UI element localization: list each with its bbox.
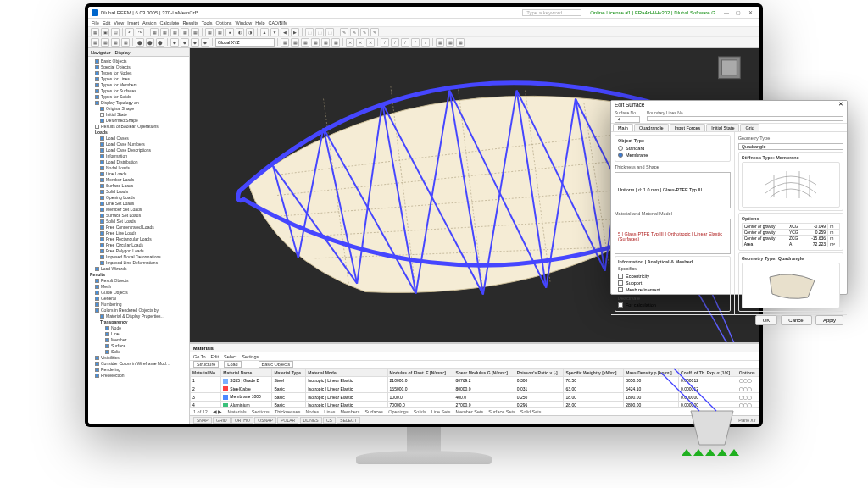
tool-new[interactable]: ▦ bbox=[91, 28, 99, 36]
boundary-field[interactable] bbox=[647, 116, 843, 121]
tool-btn[interactable]: ▦ bbox=[291, 38, 299, 47]
tool-btn[interactable]: / bbox=[391, 38, 399, 47]
tool-btn[interactable]: ▦ bbox=[191, 28, 199, 36]
tool-btn[interactable]: ◆ bbox=[191, 38, 199, 47]
tool-btn[interactable]: ▦ bbox=[181, 28, 189, 36]
tool-btn[interactable]: ✎ bbox=[350, 28, 359, 36]
tool-btn[interactable]: ✕ bbox=[356, 38, 364, 47]
dialog-close[interactable]: ✕ bbox=[838, 101, 843, 108]
tool-btn[interactable]: ✎ bbox=[340, 28, 348, 36]
radio-standard[interactable] bbox=[618, 146, 623, 151]
ok-button[interactable]: OK bbox=[755, 315, 778, 325]
menu-view[interactable]: View bbox=[114, 20, 124, 25]
tool-undo[interactable]: ↶ bbox=[125, 28, 134, 36]
tool-btn[interactable]: ▦ bbox=[281, 38, 289, 47]
tool-btn[interactable]: ▦ bbox=[111, 38, 120, 47]
tool-btn[interactable]: ▼ bbox=[270, 28, 279, 36]
thickness-select[interactable]: Uniform | d: 1.0 mm | Glass-PTFE Typ III bbox=[615, 172, 731, 208]
menu-cadbim[interactable]: CAD/BIM bbox=[268, 20, 287, 25]
tool-btn[interactable]: ✕ bbox=[366, 38, 375, 47]
tool-btn[interactable]: ✕ bbox=[346, 38, 354, 47]
tool-btn[interactable]: ▦ bbox=[160, 28, 169, 36]
tool-btn[interactable]: ▦ bbox=[311, 38, 320, 47]
tool-btn[interactable]: ⬚ bbox=[305, 28, 314, 36]
tool-btn[interactable]: ⬚ bbox=[326, 28, 334, 36]
geometry-select[interactable]: Quadrangle bbox=[738, 143, 843, 150]
tool-btn[interactable]: ▦ bbox=[456, 38, 465, 47]
radio-membrane[interactable] bbox=[618, 152, 623, 158]
apply-button[interactable]: Apply bbox=[815, 315, 843, 325]
chk-deactivate[interactable] bbox=[618, 302, 623, 308]
tool-btn[interactable]: ⬤ bbox=[146, 38, 154, 47]
surface-no-field[interactable]: 4 bbox=[615, 116, 640, 123]
menu-calculate[interactable]: Calculate bbox=[159, 20, 179, 25]
tool-btn[interactable]: / bbox=[421, 38, 430, 47]
tool-btn[interactable]: ▶ bbox=[291, 28, 299, 36]
chk-mesh[interactable] bbox=[618, 287, 623, 292]
tool-btn[interactable]: / bbox=[401, 38, 409, 47]
tool-btn[interactable]: ▦ bbox=[170, 28, 179, 36]
tool-redo[interactable]: ↷ bbox=[136, 28, 144, 36]
dialog-titlebar[interactable]: Edit Surface ✕ bbox=[611, 101, 847, 108]
tool-open[interactable]: ▣ bbox=[101, 28, 109, 36]
tool-btn[interactable]: ◆ bbox=[201, 38, 209, 47]
tool-save[interactable]: ▤ bbox=[111, 28, 120, 36]
close-button[interactable]: ✕ bbox=[744, 9, 756, 15]
coord-selector[interactable]: Global XYZ bbox=[215, 38, 275, 47]
tool-btn[interactable]: / bbox=[411, 38, 420, 47]
menu-options[interactable]: Options bbox=[216, 20, 232, 25]
chk-support[interactable] bbox=[618, 280, 623, 286]
tool-btn[interactable]: ▦ bbox=[436, 38, 444, 47]
tool-btn[interactable]: ✎ bbox=[370, 28, 379, 36]
search-box[interactable]: Type a keyword bbox=[522, 9, 581, 16]
tool-btn[interactable]: ▦ bbox=[121, 38, 130, 47]
tool-btn[interactable]: ✎ bbox=[360, 28, 369, 36]
tab-structure[interactable]: Structure bbox=[193, 361, 219, 368]
materials-table[interactable]: Material No.Material NameMaterial TypeMa… bbox=[190, 369, 760, 407]
menu-window[interactable]: Window bbox=[236, 20, 253, 25]
tool-btn[interactable]: ◐ bbox=[236, 28, 244, 36]
cancel-button[interactable]: Cancel bbox=[781, 315, 812, 325]
tab-input-forces[interactable]: Input Forces bbox=[670, 124, 706, 131]
tool-btn[interactable]: ▦ bbox=[321, 38, 330, 47]
tool-btn[interactable]: ▦ bbox=[91, 38, 99, 47]
tool-btn[interactable]: ▦ bbox=[331, 38, 340, 47]
chk-eccentricity[interactable] bbox=[618, 274, 623, 279]
material-select[interactable]: 5 | Glass-PTFE Typ III | Orthotropic | L… bbox=[615, 219, 731, 255]
minimize-button[interactable]: — bbox=[721, 10, 732, 15]
menu-results[interactable]: Results bbox=[182, 20, 198, 25]
tool-btn[interactable]: ◆ bbox=[170, 38, 179, 47]
menu-assign[interactable]: Assign bbox=[142, 20, 157, 25]
tool-btn[interactable]: ▲ bbox=[260, 28, 269, 36]
mat-select[interactable]: Select bbox=[224, 354, 236, 359]
mat-settings[interactable]: Settings bbox=[242, 354, 259, 359]
tool-btn[interactable]: ▦ bbox=[205, 28, 214, 36]
tool-btn[interactable]: ⬚ bbox=[315, 28, 324, 36]
maximize-button[interactable]: ▢ bbox=[732, 9, 744, 15]
tool-btn[interactable]: ● bbox=[225, 28, 234, 36]
tool-btn[interactable]: ⬤ bbox=[156, 38, 164, 47]
tool-btn[interactable]: ▦ bbox=[101, 38, 109, 47]
tab-basic-obj[interactable]: Basic Objects bbox=[259, 361, 294, 368]
tab-initial-state[interactable]: Initial State bbox=[706, 124, 739, 131]
menu-tools[interactable]: Tools bbox=[202, 20, 213, 25]
menu-edit[interactable]: Edit bbox=[103, 20, 110, 25]
tool-btn[interactable]: ▦ bbox=[215, 28, 224, 36]
tab-grid[interactable]: Grid bbox=[740, 124, 759, 131]
tool-btn[interactable]: ⬤ bbox=[136, 38, 144, 47]
tool-btn[interactable]: ◀ bbox=[281, 28, 289, 36]
tool-btn[interactable]: ▦ bbox=[446, 38, 454, 47]
tab-load[interactable]: Load bbox=[224, 361, 241, 368]
tool-btn[interactable]: ◆ bbox=[181, 38, 189, 47]
tool-btn[interactable]: ▦ bbox=[301, 38, 309, 47]
menu-insert[interactable]: Insert bbox=[127, 20, 139, 25]
tool-btn[interactable]: ▦ bbox=[150, 28, 159, 36]
tool-btn[interactable]: / bbox=[381, 38, 389, 47]
menu-file[interactable]: File bbox=[92, 20, 99, 25]
mat-edit[interactable]: Edit bbox=[211, 354, 219, 359]
navigator-tree[interactable]: Basic ObjectsSpecial ObjectsTypes for No… bbox=[88, 57, 189, 380]
tab-main[interactable]: Main bbox=[613, 124, 633, 131]
menu-help[interactable]: Help bbox=[255, 20, 264, 25]
mat-goto[interactable]: Go To bbox=[193, 354, 206, 359]
tab-quadrangle[interactable]: Quadrangle bbox=[634, 124, 669, 131]
